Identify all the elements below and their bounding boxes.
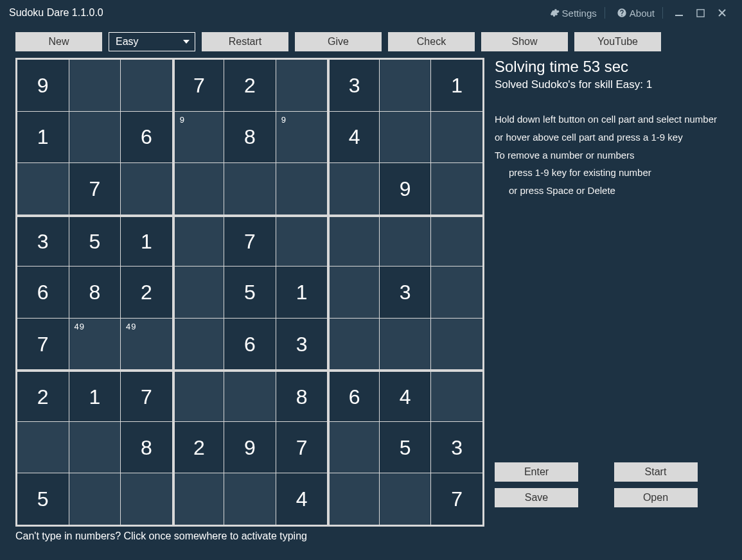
- sudoku-cell[interactable]: 5: [224, 267, 276, 318]
- sudoku-cell[interactable]: 49: [69, 319, 121, 370]
- sudoku-cell[interactable]: 1: [69, 370, 121, 421]
- sudoku-cell[interactable]: [173, 163, 224, 214]
- sudoku-cell[interactable]: 9: [380, 163, 431, 214]
- sudoku-cell[interactable]: [380, 473, 431, 525]
- difficulty-select[interactable]: Easy: [109, 32, 195, 51]
- sudoku-cell[interactable]: 1: [121, 215, 172, 267]
- new-button[interactable]: New: [15, 32, 102, 51]
- sudoku-cell[interactable]: 8: [121, 422, 172, 473]
- sudoku-cell[interactable]: 4: [276, 473, 328, 525]
- save-button[interactable]: Save: [495, 488, 578, 507]
- sudoku-cell[interactable]: 2: [121, 267, 172, 318]
- sudoku-cell[interactable]: 1: [17, 112, 69, 163]
- show-button[interactable]: Show: [481, 32, 568, 51]
- sudoku-cell[interactable]: 9: [276, 112, 328, 163]
- sudoku-cell[interactable]: [121, 473, 172, 525]
- sudoku-cell[interactable]: 7: [173, 60, 224, 111]
- sudoku-cell[interactable]: 8: [69, 267, 121, 318]
- sudoku-cell[interactable]: 49: [121, 319, 172, 370]
- sudoku-cell[interactable]: [431, 370, 482, 421]
- sudoku-cell[interactable]: [17, 163, 69, 214]
- sudoku-cell[interactable]: 6: [328, 370, 379, 421]
- sudoku-cell[interactable]: [380, 60, 431, 111]
- sudoku-cell[interactable]: [173, 370, 224, 421]
- sudoku-cell[interactable]: 2: [17, 370, 69, 421]
- sudoku-cell[interactable]: [173, 319, 224, 370]
- sudoku-cell[interactable]: 6: [224, 319, 276, 370]
- sudoku-cell[interactable]: 2: [173, 422, 224, 473]
- sudoku-cell[interactable]: [69, 60, 121, 111]
- close-button[interactable]: [711, 8, 733, 17]
- sudoku-cell[interactable]: 7: [17, 319, 69, 370]
- check-button[interactable]: Check: [388, 32, 475, 51]
- sudoku-cell[interactable]: [121, 60, 172, 111]
- sudoku-cell[interactable]: [173, 215, 224, 267]
- start-button[interactable]: Start: [614, 462, 698, 482]
- sudoku-cell[interactable]: 7: [276, 422, 328, 473]
- sudoku-cell[interactable]: 3: [328, 60, 379, 111]
- enter-button[interactable]: Enter: [495, 462, 578, 482]
- sudoku-cell[interactable]: [69, 112, 121, 163]
- sudoku-cell[interactable]: [17, 422, 69, 473]
- sudoku-cell[interactable]: 5: [380, 422, 431, 473]
- sudoku-cell[interactable]: [431, 267, 482, 318]
- sudoku-cell[interactable]: [328, 422, 379, 473]
- give-button[interactable]: Give: [295, 32, 382, 51]
- about-button[interactable]: About: [614, 8, 657, 19]
- sudoku-cell[interactable]: [224, 370, 276, 421]
- sudoku-cell[interactable]: 7: [224, 215, 276, 267]
- sudoku-cell[interactable]: [276, 60, 328, 111]
- sudoku-cell[interactable]: [173, 267, 224, 318]
- sudoku-cell[interactable]: 8: [224, 112, 276, 163]
- sudoku-cell[interactable]: 7: [121, 370, 172, 421]
- sudoku-cell[interactable]: [431, 163, 482, 214]
- sudoku-cell[interactable]: 3: [276, 319, 328, 370]
- sudoku-cell[interactable]: 3: [431, 422, 482, 473]
- sudoku-cell[interactable]: [380, 112, 431, 163]
- sudoku-cell[interactable]: [121, 163, 172, 214]
- sudoku-cell[interactable]: 4: [380, 370, 431, 421]
- sudoku-cell[interactable]: 9: [17, 60, 69, 111]
- sudoku-cell[interactable]: [276, 215, 328, 267]
- sudoku-cell[interactable]: [431, 319, 482, 370]
- sudoku-cell[interactable]: [328, 473, 379, 525]
- sudoku-cell[interactable]: 5: [17, 473, 69, 525]
- sudoku-cell[interactable]: 6: [121, 112, 172, 163]
- sudoku-cell[interactable]: 3: [17, 215, 69, 267]
- sudoku-cell[interactable]: [224, 473, 276, 525]
- restart-button[interactable]: Restart: [202, 32, 288, 51]
- minimize-button[interactable]: [668, 8, 690, 17]
- cell-value: 4: [349, 125, 360, 149]
- sudoku-cell[interactable]: [380, 215, 431, 267]
- separator: [662, 7, 663, 19]
- instruction-line: or press Space or Delete: [495, 182, 727, 200]
- sudoku-cell[interactable]: 9: [173, 112, 224, 163]
- sudoku-cell[interactable]: 4: [328, 112, 379, 163]
- sudoku-cell[interactable]: 5: [69, 215, 121, 267]
- sudoku-cell[interactable]: [328, 319, 379, 370]
- sudoku-cell[interactable]: 8: [276, 370, 328, 421]
- sudoku-cell[interactable]: 1: [276, 267, 328, 318]
- sudoku-cell[interactable]: [328, 163, 379, 214]
- sudoku-cell[interactable]: [328, 215, 379, 267]
- youtube-button[interactable]: YouTube: [574, 32, 661, 51]
- sudoku-cell[interactable]: [224, 163, 276, 214]
- sudoku-cell[interactable]: 7: [69, 163, 121, 214]
- sudoku-cell[interactable]: [328, 267, 379, 318]
- sudoku-cell[interactable]: 9: [224, 422, 276, 473]
- sudoku-cell[interactable]: [69, 473, 121, 525]
- sudoku-cell[interactable]: [276, 163, 328, 214]
- sudoku-cell[interactable]: [173, 473, 224, 525]
- sudoku-cell[interactable]: 3: [380, 267, 431, 318]
- sudoku-cell[interactable]: [69, 422, 121, 473]
- sudoku-cell[interactable]: 7: [431, 473, 482, 525]
- sudoku-cell[interactable]: 2: [224, 60, 276, 111]
- sudoku-cell[interactable]: 1: [431, 60, 482, 111]
- maximize-button[interactable]: [690, 9, 711, 17]
- sudoku-cell[interactable]: [431, 215, 482, 267]
- sudoku-cell[interactable]: [380, 319, 431, 370]
- sudoku-cell[interactable]: 6: [17, 267, 69, 318]
- settings-button[interactable]: Settings: [547, 8, 599, 19]
- open-button[interactable]: Open: [614, 488, 698, 507]
- sudoku-cell[interactable]: [431, 112, 482, 163]
